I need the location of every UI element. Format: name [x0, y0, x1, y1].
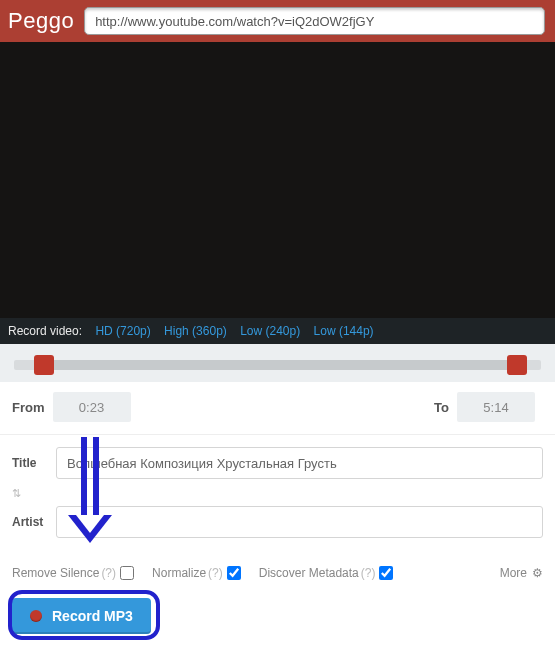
trim-handle-start[interactable]: [34, 355, 54, 375]
normalize-checkbox[interactable]: [227, 566, 241, 580]
record-mp3-label: Record MP3: [52, 608, 133, 624]
help-icon[interactable]: (?): [361, 566, 376, 580]
discover-metadata-checkbox[interactable]: [379, 566, 393, 580]
logo: Peggo: [8, 8, 74, 34]
option-discover-metadata[interactable]: Discover Metadata (?): [259, 566, 394, 580]
video-player[interactable]: [0, 42, 555, 318]
record-dot-icon: [30, 610, 42, 622]
more-options[interactable]: More ⚙: [500, 566, 543, 580]
from-label: From: [12, 400, 45, 415]
artist-label: Artist: [12, 515, 56, 529]
help-icon[interactable]: (?): [208, 566, 223, 580]
option-remove-silence[interactable]: Remove Silence (?): [12, 566, 134, 580]
quality-link-720p[interactable]: HD (720p): [95, 324, 150, 338]
option-normalize[interactable]: Normalize (?): [152, 566, 241, 580]
from-value[interactable]: 0:23: [53, 392, 131, 422]
title-label: Title: [12, 456, 56, 470]
remove-silence-label: Remove Silence: [12, 566, 99, 580]
url-input[interactable]: [84, 7, 545, 35]
record-mp3-button[interactable]: Record MP3: [12, 598, 151, 634]
discover-metadata-label: Discover Metadata: [259, 566, 359, 580]
title-input[interactable]: [56, 447, 543, 479]
trim-handle-end[interactable]: [507, 355, 527, 375]
quality-link-144p[interactable]: Low (144p): [314, 324, 374, 338]
swap-title-artist[interactable]: ⇅: [12, 487, 56, 500]
quality-link-360p[interactable]: High (360p): [164, 324, 227, 338]
artist-input[interactable]: [56, 506, 543, 538]
record-video-bar: Record video: HD (720p) High (360p) Low …: [0, 318, 555, 344]
more-label: More: [500, 566, 527, 580]
to-value[interactable]: 5:14: [457, 392, 535, 422]
record-video-label: Record video:: [8, 324, 82, 338]
help-icon[interactable]: (?): [101, 566, 116, 580]
to-label: To: [434, 400, 449, 415]
normalize-label: Normalize: [152, 566, 206, 580]
remove-silence-checkbox[interactable]: [120, 566, 134, 580]
gear-icon: ⚙: [532, 566, 543, 580]
trim-slider: [0, 344, 555, 382]
quality-link-240p[interactable]: Low (240p): [240, 324, 300, 338]
